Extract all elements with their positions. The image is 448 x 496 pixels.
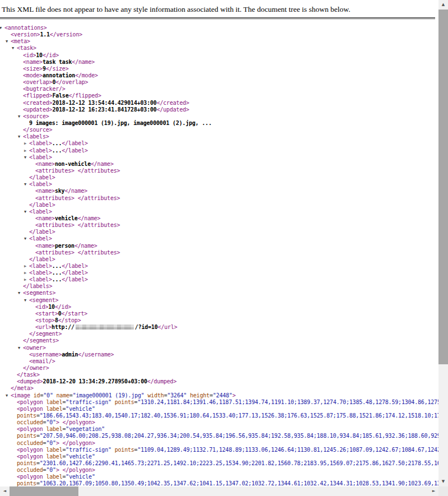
xml-line: </labels> xyxy=(0,283,438,290)
xml-line: <mode>annotation</mode> xyxy=(0,72,438,79)
xml-line: <url>http:///?id=10</url> xyxy=(0,324,438,331)
xml-line: <size>9</size> xyxy=(0,66,438,72)
scroll-right-icon: ► xyxy=(432,489,435,493)
xml-line: </label> xyxy=(0,202,438,208)
xml-line: ▼<segment> xyxy=(0,297,438,304)
xml-line: <attributes> </attributes> xyxy=(0,222,438,229)
xml-line: ▼<label> xyxy=(0,154,438,161)
expand-toggle-icon[interactable]: ▶ xyxy=(24,270,26,276)
xml-line: <polygon label="vehicle" xyxy=(0,474,438,480)
xml-line: <name>sky</name> xyxy=(0,188,438,194)
collapse-toggle-icon[interactable]: ▼ xyxy=(24,297,26,304)
scroll-left-icon: ◄ xyxy=(3,489,6,493)
viewer-message: This XML file does not appear to have an… xyxy=(0,0,448,17)
expand-toggle-icon[interactable]: ▶ xyxy=(24,263,26,270)
xml-line: 9 images: image000001 (19).jpg, image000… xyxy=(0,120,438,127)
xml-line: ▶<label>...</label> xyxy=(0,276,438,283)
xml-line: <id>10</id> xyxy=(0,304,438,310)
xml-line: </source> xyxy=(0,127,438,133)
xml-line: </segments> xyxy=(0,337,438,344)
xml-line: ▶<label>...</label> xyxy=(0,263,438,270)
xml-line: <version>1.1</version> xyxy=(0,31,438,38)
xml-line: <name>task task</name> xyxy=(0,59,438,66)
xml-line: </task> xyxy=(0,372,438,378)
collapse-toggle-icon[interactable]: ▼ xyxy=(24,154,26,161)
xml-line: <start>0</start> xyxy=(0,310,438,317)
collapse-toggle-icon[interactable]: ▼ xyxy=(24,208,26,215)
collapse-toggle-icon[interactable]: ▼ xyxy=(24,235,26,242)
xml-line: ▼<task> xyxy=(0,45,438,52)
xml-line: <name>non-vehicle</name> xyxy=(0,161,438,168)
xml-line: </label> xyxy=(0,174,438,181)
xml-tree: ▼<annotations><version>1.1</version>▼<me… xyxy=(0,25,438,494)
xml-line: ▼<label> xyxy=(0,235,438,242)
xml-line: </segment> xyxy=(0,331,438,337)
xml-line: points="186.66,1543.43;183.40,1540.17;18… xyxy=(0,412,438,419)
xml-line: ▼<annotations> xyxy=(0,25,438,31)
xml-line: <username>admin</username> xyxy=(0,351,438,358)
xml-line: ▼<label> xyxy=(0,181,438,188)
xml-line: <name>vehicle</name> xyxy=(0,215,438,222)
collapse-toggle-icon[interactable]: ▼ xyxy=(18,133,20,140)
xml-line: <polygon label="vegetation" xyxy=(0,426,438,433)
xml-line: <updated>2018-12-12 16:23:41.841728+03:0… xyxy=(0,106,438,113)
xml-line: <polygon label="vehicle" xyxy=(0,406,438,412)
xml-line: ▼<source> xyxy=(0,113,438,120)
scrollbar-corner xyxy=(438,486,448,496)
xml-line: </meta> xyxy=(0,385,438,392)
xml-line: ▼<label> xyxy=(0,208,438,215)
xml-line: ▼<image id="0" name="image000001 (19).jp… xyxy=(0,392,438,399)
xml-line: ▶<label>...</label> xyxy=(0,140,438,147)
horizontal-scrollbar[interactable]: ◄ ► xyxy=(0,486,438,496)
xml-line: <id>10</id> xyxy=(0,52,438,59)
vertical-scroll-thumb[interactable] xyxy=(438,10,448,364)
xml-viewer-page: This XML file does not appear to have an… xyxy=(0,0,448,496)
redacted-url-blur xyxy=(76,325,134,330)
xml-line: ▶<label>...</label> xyxy=(0,147,438,154)
scroll-left-button[interactable]: ◄ xyxy=(0,486,10,496)
scroll-up-button[interactable]: ▲ xyxy=(438,0,448,10)
collapse-toggle-icon[interactable]: ▼ xyxy=(6,38,8,45)
xml-line: <overlap>0</overlap> xyxy=(0,79,438,86)
xml-line: </label> xyxy=(0,229,438,235)
xml-line: occluded="0"> </polygon> xyxy=(0,419,438,426)
xml-line: <polygon label="traffic-sign" points="11… xyxy=(0,447,438,453)
xml-line: ▼<owner> xyxy=(0,345,438,351)
collapse-toggle-icon[interactable]: ▼ xyxy=(18,345,20,351)
xml-line: <attributes> </attributes> xyxy=(0,195,438,202)
collapse-toggle-icon[interactable]: ▼ xyxy=(18,113,20,120)
scroll-down-button[interactable]: ▼ xyxy=(438,477,448,486)
collapse-toggle-icon[interactable]: ▼ xyxy=(0,25,2,31)
xml-line: <bugtracker/> xyxy=(0,86,438,92)
expand-toggle-icon[interactable]: ▶ xyxy=(24,147,26,154)
xml-line: <polygon label="traffic-sign" points="13… xyxy=(0,399,438,406)
scroll-up-icon: ▲ xyxy=(442,2,445,7)
collapse-toggle-icon[interactable]: ▼ xyxy=(12,45,14,52)
collapse-toggle-icon[interactable]: ▼ xyxy=(6,392,8,399)
xml-line: <attributes> </attributes> xyxy=(0,249,438,256)
xml-line: ▼<labels> xyxy=(0,133,438,140)
scroll-down-icon: ▼ xyxy=(442,479,445,484)
scroll-right-button[interactable]: ► xyxy=(429,486,438,496)
xml-line: <stop>8</stop> xyxy=(0,317,438,324)
vertical-scrollbar[interactable]: ▲ ▼ xyxy=(438,0,448,486)
collapse-toggle-icon[interactable]: ▼ xyxy=(24,181,26,188)
horizontal-scroll-thumb[interactable] xyxy=(10,486,78,496)
xml-line: <created>2018-12-12 13:54:44.429014+03:0… xyxy=(0,100,438,106)
xml-line: <email/> xyxy=(0,358,438,365)
xml-line: <name>person</name> xyxy=(0,243,438,249)
collapse-toggle-icon[interactable]: ▼ xyxy=(18,290,20,296)
xml-line: ▼<meta> xyxy=(0,38,438,45)
xml-line: <polygon label="vehicle" xyxy=(0,453,438,460)
xml-line: points="2301.60,1427.66;2290.41,1465.73;… xyxy=(0,460,438,467)
xml-line: <attributes> </attributes> xyxy=(0,168,438,174)
xml-line: occluded="0"> </polygon> xyxy=(0,467,438,474)
xml-line: points="207.50,946.00;208.25,938.08;204.… xyxy=(0,433,438,439)
xml-line: occluded="0"> </polygon> xyxy=(0,440,438,447)
xml-line: ▶<label>...</label> xyxy=(0,270,438,276)
expand-toggle-icon[interactable]: ▶ xyxy=(24,140,26,147)
header-divider xyxy=(0,17,435,19)
xml-line: <flipped>False</flipped> xyxy=(0,92,438,99)
xml-line: ▼<segments> xyxy=(0,290,438,296)
expand-toggle-icon[interactable]: ▶ xyxy=(24,276,26,283)
